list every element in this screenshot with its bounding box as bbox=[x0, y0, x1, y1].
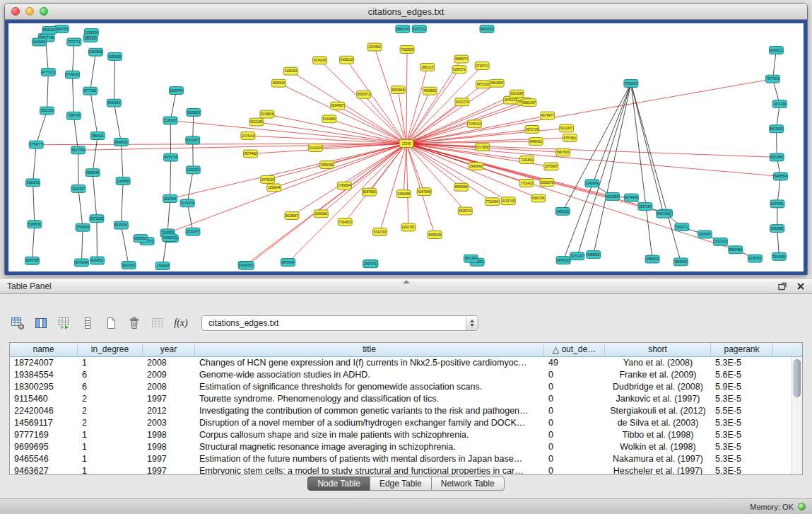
graph-node[interactable]: 9873103 bbox=[476, 81, 490, 88]
graph-node[interactable]: 9638009 bbox=[187, 108, 201, 116]
graph-node[interactable]: 6172474 bbox=[180, 199, 194, 207]
graph-node[interactable]: 2273035 bbox=[90, 215, 104, 223]
column-header-in_degree[interactable]: in_degree bbox=[78, 343, 143, 357]
graph-node[interactable]: 7131891 bbox=[519, 156, 534, 164]
citation-edge-red[interactable] bbox=[406, 144, 666, 214]
citation-edge-red[interactable] bbox=[406, 49, 407, 144]
graph-node[interactable]: 6754777 bbox=[29, 141, 43, 148]
citation-edge-red[interactable] bbox=[406, 144, 777, 157]
graph-node[interactable]: 1500711 bbox=[675, 223, 689, 231]
citation-edge[interactable] bbox=[170, 158, 171, 199]
graph-node[interactable]: 6511904 bbox=[464, 255, 478, 262]
graph-node[interactable]: 5603456 bbox=[729, 246, 743, 254]
citation-edge[interactable] bbox=[81, 228, 83, 263]
graph-node[interactable]: 2918397 bbox=[698, 230, 712, 238]
graph-node[interactable]: 3803584 bbox=[490, 79, 504, 87]
citation-edge[interactable] bbox=[114, 57, 114, 103]
table-settings-button[interactable] bbox=[8, 314, 27, 332]
graph-node[interactable]: 3565910 bbox=[271, 79, 286, 87]
hub-node[interactable]: 17240 bbox=[399, 140, 413, 148]
graph-node[interactable]: 9186361 bbox=[240, 262, 254, 269]
graph-node[interactable]: 4365825 bbox=[587, 251, 601, 259]
graph-node[interactable]: 9286571 bbox=[452, 66, 466, 74]
tab-node-table[interactable]: Node Table bbox=[307, 477, 370, 491]
graph-node[interactable]: 9272197 bbox=[570, 252, 584, 260]
graph-node[interactable]: 6242781 bbox=[401, 223, 416, 231]
import-table-button[interactable] bbox=[55, 314, 73, 332]
citation-edge[interactable] bbox=[93, 136, 98, 173]
graph-node[interactable]: 1711413 bbox=[519, 180, 534, 187]
graph-node[interactable]: 4287349 bbox=[417, 188, 431, 196]
graph-node[interactable]: 5959399 bbox=[320, 161, 334, 169]
graph-node[interactable]: 5742333 bbox=[372, 228, 387, 236]
citation-edge[interactable] bbox=[73, 116, 78, 151]
graph-node[interactable]: 8245798 bbox=[25, 257, 40, 264]
graph-node[interactable]: 3459315 bbox=[555, 207, 570, 215]
citation-edge[interactable] bbox=[772, 50, 776, 79]
table-inactive-button[interactable] bbox=[148, 314, 167, 332]
citation-edge-red[interactable] bbox=[292, 144, 406, 216]
tab-network-table[interactable]: Network Table bbox=[431, 477, 505, 491]
graph-node[interactable]: 8967816 bbox=[556, 148, 570, 156]
close-panel-button[interactable] bbox=[794, 280, 808, 293]
graph-node[interactable]: 7784653 bbox=[338, 218, 352, 226]
column-header-out_de[interactable]: △ out_de… bbox=[544, 343, 605, 357]
citation-edge[interactable] bbox=[32, 224, 34, 261]
graph-node[interactable]: 1872199 bbox=[772, 100, 787, 108]
citation-edge[interactable] bbox=[563, 83, 631, 211]
graph-node[interactable]: 9868932 bbox=[673, 258, 688, 266]
graph-node[interactable]: 5000971 bbox=[357, 90, 371, 98]
graph-node[interactable]: 8498431 bbox=[529, 138, 543, 146]
graph-node[interactable]: 8075046 bbox=[74, 259, 88, 267]
vertical-scrollbar[interactable] bbox=[792, 357, 802, 474]
function-builder-button[interactable]: f(x) bbox=[172, 314, 190, 332]
zoom-window-button[interactable] bbox=[40, 7, 48, 16]
citation-edge-red[interactable] bbox=[248, 136, 406, 144]
scrollbar-thumb[interactable] bbox=[794, 359, 801, 397]
citation-edge[interactable] bbox=[167, 199, 170, 233]
graph-node[interactable]: 5210663 bbox=[322, 115, 336, 123]
delete-column-button[interactable] bbox=[125, 314, 143, 332]
graph-node[interactable]: 4366011 bbox=[769, 47, 783, 54]
citation-edge-red[interactable] bbox=[274, 144, 406, 187]
graph-canvas-svg[interactable]: 8498431713189117114134101749773240495357… bbox=[8, 23, 804, 271]
citation-edge-red[interactable] bbox=[290, 71, 406, 144]
graph-node[interactable]: 8506263 bbox=[42, 26, 57, 34]
graph-node[interactable]: 6157732 bbox=[412, 25, 426, 33]
graph-node[interactable]: 9535710 bbox=[458, 207, 472, 215]
citation-edge[interactable] bbox=[97, 218, 98, 260]
graph-node[interactable]: 9035946 bbox=[86, 169, 100, 177]
citation-edge-red[interactable] bbox=[321, 144, 406, 214]
graph-node[interactable]: 5133097 bbox=[163, 117, 177, 124]
graph-node[interactable]: 3671729 bbox=[525, 126, 539, 134]
graph-node[interactable]: 7572741 bbox=[67, 38, 81, 46]
table-panel-header[interactable]: Table Panel bbox=[0, 278, 812, 294]
column-header-title[interactable]: title bbox=[195, 343, 544, 357]
graph-node[interactable]: 1334024 bbox=[84, 28, 98, 36]
graph-node[interactable]: 8251968 bbox=[770, 153, 784, 161]
graph-node[interactable]: 4435915 bbox=[162, 234, 176, 242]
graph-node[interactable]: 1141924 bbox=[308, 144, 322, 152]
citation-edge[interactable] bbox=[90, 52, 96, 91]
citation-edge[interactable] bbox=[777, 228, 779, 257]
graph-node[interactable]: 8550568 bbox=[454, 183, 469, 191]
graph-node[interactable]: 9476293 bbox=[556, 257, 570, 264]
graph-node[interactable]: 8316038 bbox=[510, 90, 524, 98]
graph-node[interactable]: 5709138 bbox=[65, 71, 79, 78]
citation-edge-red[interactable] bbox=[406, 144, 408, 227]
tab-edge-table[interactable]: Edge Table bbox=[370, 477, 432, 491]
table-row[interactable]: 977716911998Corpus callosum shape and si… bbox=[10, 429, 792, 441]
graph-node[interactable]: 5698974 bbox=[454, 55, 469, 63]
citation-edge[interactable] bbox=[93, 173, 97, 218]
new-column-button[interactable] bbox=[102, 314, 120, 332]
graph-node[interactable]: 2945841 bbox=[469, 163, 483, 170]
graph-node[interactable]: 2532247 bbox=[186, 228, 200, 235]
graph-node[interactable]: 7897184 bbox=[638, 203, 652, 211]
graph-node[interactable]: 4579477 bbox=[541, 112, 555, 119]
citation-edge[interactable] bbox=[33, 182, 35, 224]
graph-node[interactable]: 1795969 bbox=[76, 223, 90, 231]
citation-edge-red[interactable] bbox=[406, 144, 736, 250]
graph-node[interactable]: 8321925 bbox=[770, 125, 784, 133]
citation-edge-red[interactable] bbox=[406, 101, 524, 144]
graph-node[interactable]: 1220233 bbox=[186, 166, 200, 174]
